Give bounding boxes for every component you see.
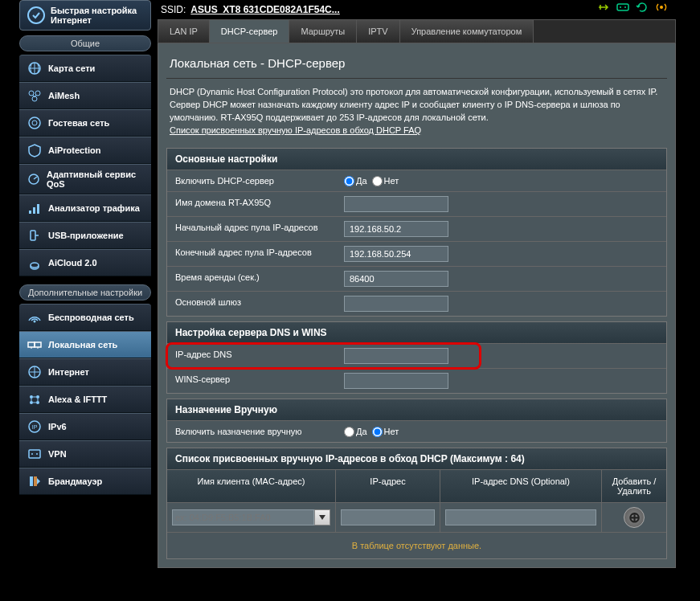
tab-dhcp-сервер[interactable]: DHCP-сервер (210, 20, 290, 43)
gateway-input[interactable] (344, 296, 448, 312)
nav-карта-сети[interactable]: Карта сети (19, 55, 151, 82)
nav-advanced: Беспроводная сетьЛокальная сетьИнтернетA… (19, 304, 151, 495)
radio-manual-yes[interactable] (344, 427, 354, 437)
empty-msg: В таблице отсутствуют данные. (167, 532, 666, 558)
nav-адаптивный-сервис-qos[interactable]: Адаптивный сервис QoS (19, 164, 151, 194)
svg-point-28 (36, 453, 38, 455)
list-hdr: Список присвоенных вручную IP-адресов в … (167, 448, 666, 469)
nav-анализатор-трафика[interactable]: Анализатор трафика (19, 194, 151, 222)
domain-label: Имя домена RT-AX95Q (167, 192, 336, 216)
svg-point-22 (30, 401, 33, 404)
manual-section: Назначение Вручную Включить назначение в… (166, 399, 667, 443)
nav-usb-приложение[interactable]: USB-приложение (19, 222, 151, 249)
wifi-icon[interactable] (616, 2, 629, 13)
nav-гостевая-сеть[interactable]: Гостевая сеть (19, 109, 151, 137)
dns-ip-input[interactable] (344, 348, 448, 364)
enable-manual-label: Включить назначение вручную (167, 421, 336, 442)
nav-icon (26, 255, 43, 271)
tab-iptv[interactable]: IPTV (357, 20, 399, 43)
svg-point-16 (34, 321, 36, 323)
svg-point-21 (36, 395, 39, 399)
col-ip: IP-адрес (336, 470, 440, 502)
dns-opt-input[interactable] (445, 509, 596, 525)
faq-link[interactable]: Список присвоенных вручную IP-адресов в … (170, 125, 421, 135)
nav-icon (26, 364, 43, 380)
lease-input[interactable] (344, 271, 448, 287)
radio-yes[interactable] (344, 176, 354, 186)
refresh-icon[interactable] (636, 2, 649, 13)
quick-setup[interactable]: Быстрая настройка Интернет (19, 0, 151, 31)
ip-input[interactable] (341, 509, 435, 525)
nav-icon (26, 200, 43, 216)
enable-dhcp-no[interactable]: Нет (372, 176, 399, 186)
mac-dropdown[interactable] (172, 509, 330, 525)
svg-rect-13 (33, 207, 35, 214)
svg-point-27 (31, 453, 33, 455)
ssid-value[interactable]: ASUS_XT8 631CDE082A1F54C... (190, 4, 339, 15)
svg-rect-14 (37, 204, 39, 214)
tab-lan-ip[interactable]: LAN IP (158, 20, 210, 43)
panel-title: Локальная сеть - DHCP-сервер (166, 51, 667, 79)
nav-general: Карта сетиAiMeshГостевая сетьAiProtectio… (19, 55, 151, 276)
quick-setup-label: Быстрая настройка Интернет (51, 6, 144, 25)
nav-ipv6[interactable]: IPIPv6 (19, 413, 151, 440)
add-button[interactable]: ⊕ (624, 507, 645, 528)
dns-ip-row: IP-адрес DNS (167, 343, 666, 368)
wins-label: WINS-сервер (167, 369, 336, 393)
nav-беспроводная-сеть[interactable]: Беспроводная сеть (19, 304, 151, 331)
nav-локальная-сеть[interactable]: Локальная сеть (19, 331, 151, 358)
manual-yes[interactable]: Да (344, 427, 367, 437)
nav-alexa-&-ifttt[interactable]: Alexa & IFTTT (19, 386, 151, 413)
table-input-row: ⊕ (167, 502, 666, 532)
nav-label: VPN (48, 449, 67, 459)
svg-point-1 (620, 6, 621, 8)
nav-icon (26, 171, 42, 187)
nav-label: Alexa & IFTTT (48, 395, 107, 404)
radio-no[interactable] (372, 176, 383, 186)
table-header: Имя клиента (MAC-адрес) IP-адрес IP-адре… (167, 469, 666, 502)
gateway-label: Основной шлюз (167, 292, 336, 316)
wins-input[interactable] (344, 373, 448, 389)
dns-section: Настройка сервера DNS и WINS IP-адрес DN… (166, 321, 667, 394)
nav-label: Карта сети (48, 63, 95, 73)
nav-label: Брандмауэр (48, 476, 102, 486)
manual-no[interactable]: Нет (372, 427, 399, 437)
manual-hdr: Назначение Вручную (167, 399, 666, 420)
sidebar: Быстрая настройка Интернет Общие Карта с… (19, 0, 151, 495)
nav-aicloud-2.0[interactable]: AiCloud 2.0 (19, 249, 151, 276)
pool-start-input[interactable] (344, 221, 448, 237)
pool-end-input[interactable] (344, 246, 448, 262)
header-bar: SSID: ASUS_XT8 631CDE082A1F54C... (161, 2, 676, 18)
domain-input[interactable] (344, 196, 448, 212)
main-panel: LAN IPDHCP-серверМаршрутыIPTVУправление … (158, 19, 676, 593)
col-dns: IP-адрес DNS (Optional) (440, 470, 602, 502)
nav-label: Анализатор трафика (48, 203, 140, 213)
nav-aiprotection[interactable]: AiProtection (19, 137, 151, 164)
mac-input[interactable] (172, 509, 314, 525)
nav-брандмауэр[interactable]: Брандмауэр (19, 468, 151, 495)
svg-point-20 (30, 395, 33, 399)
enable-dhcp-yes[interactable]: Да (344, 176, 367, 186)
radio-manual-no[interactable] (372, 427, 383, 437)
nav-icon (26, 60, 43, 76)
usb-icon[interactable] (597, 2, 610, 13)
dropdown-icon[interactable] (314, 509, 330, 525)
pool-end-label: Конечный адрес пула IP-адресов (167, 242, 336, 266)
svg-point-23 (36, 401, 39, 404)
basic-section: Основные настройки Включить DHCP-сервер … (166, 148, 667, 317)
nav-label: AiProtection (48, 145, 100, 155)
list-section: Список присвоенных вручную IP-адресов в … (166, 448, 667, 559)
pool-start-label: Начальный адрес пула IP-адресов (167, 217, 336, 241)
nav-icon (26, 337, 43, 353)
nav-icon (26, 309, 43, 325)
signal-icon[interactable] (655, 2, 668, 13)
col-action: Добавить / Удалить (602, 470, 666, 502)
nav-aimesh[interactable]: AiMesh (19, 82, 151, 109)
svg-point-9 (29, 117, 40, 129)
nav-интернет[interactable]: Интернет (19, 358, 151, 386)
tab-маршруты[interactable]: Маршруты (289, 20, 357, 43)
tab-управление-коммутатором[interactable]: Управление коммутатором (400, 20, 534, 43)
ssid-label: SSID: (161, 4, 186, 15)
dns-ip-label: IP-адрес DNS (167, 344, 336, 368)
nav-vpn[interactable]: VPN (19, 440, 151, 468)
